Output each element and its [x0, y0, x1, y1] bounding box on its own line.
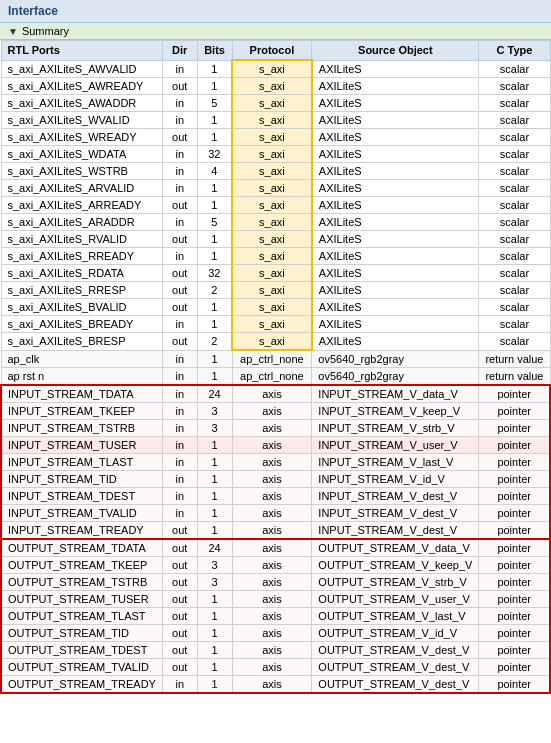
table-cell: 1 — [197, 454, 232, 471]
table-cell: s_axi_AXILiteS_AWVALID — [1, 60, 162, 78]
table-cell: INPUT_STREAM_V_data_V — [312, 385, 479, 403]
table-cell: in — [162, 420, 197, 437]
table-cell: ap_clk — [1, 350, 162, 368]
table-cell: AXILiteS — [312, 231, 479, 248]
table-cell: s_axi — [232, 163, 312, 180]
table-cell: INPUT_STREAM_V_keep_V — [312, 403, 479, 420]
table-cell: AXILiteS — [312, 248, 479, 265]
table-cell: axis — [232, 591, 312, 608]
table-cell: axis — [232, 403, 312, 420]
table-cell: OUTPUT_STREAM_V_dest_V — [312, 659, 479, 676]
table-cell: out — [162, 591, 197, 608]
table-cell: 1 — [197, 368, 232, 386]
table-cell: axis — [232, 437, 312, 454]
table-cell: INPUT_STREAM_V_last_V — [312, 454, 479, 471]
table-cell: 24 — [197, 385, 232, 403]
summary-label: Summary — [22, 25, 69, 37]
table-row: OUTPUT_STREAM_TKEEPout3axisOUTPUT_STREAM… — [1, 557, 550, 574]
table-cell: INPUT_STREAM_V_dest_V — [312, 522, 479, 540]
table-cell: AXILiteS — [312, 112, 479, 129]
table-row: s_axi_AXILiteS_ARVALIDin1s_axiAXILiteSsc… — [1, 180, 550, 197]
table-cell: scalar — [479, 163, 550, 180]
table-cell: INPUT_STREAM_V_strb_V — [312, 420, 479, 437]
summary-header[interactable]: ▼ Summary — [0, 23, 551, 40]
table-cell: axis — [232, 488, 312, 505]
table-cell: out — [162, 333, 197, 351]
table-cell: pointer — [479, 539, 550, 557]
col-header-dir: Dir — [162, 41, 197, 61]
table-cell: in — [162, 403, 197, 420]
table-cell: s_axi — [232, 333, 312, 351]
table-cell: s_axi_AXILiteS_ARVALID — [1, 180, 162, 197]
table-row: OUTPUT_STREAM_TIDout1axisOUTPUT_STREAM_V… — [1, 625, 550, 642]
table-cell: in — [162, 146, 197, 163]
table-cell: OUTPUT_STREAM_TUSER — [1, 591, 162, 608]
table-row: INPUT_STREAM_TDATAin24axisINPUT_STREAM_V… — [1, 385, 550, 403]
table-cell: return value — [479, 350, 550, 368]
table-row: s_axi_AXILiteS_BREADYin1s_axiAXILiteSsca… — [1, 316, 550, 333]
table-cell: scalar — [479, 265, 550, 282]
table-row: s_axi_AXILiteS_BVALIDout1s_axiAXILiteSsc… — [1, 299, 550, 316]
table-cell: axis — [232, 471, 312, 488]
table-cell: s_axi — [232, 129, 312, 146]
table-row: INPUT_STREAM_TIDin1axisINPUT_STREAM_V_id… — [1, 471, 550, 488]
table-cell: out — [162, 625, 197, 642]
table-cell: s_axi — [232, 282, 312, 299]
table-cell: pointer — [479, 625, 550, 642]
table-cell: scalar — [479, 197, 550, 214]
table-row: INPUT_STREAM_TREADYout1axisINPUT_STREAM_… — [1, 522, 550, 540]
table-cell: pointer — [479, 403, 550, 420]
table-cell: in — [162, 368, 197, 386]
col-header-rtl: RTL Ports — [1, 41, 162, 61]
interface-table: RTL Ports Dir Bits Protocol Source Objec… — [0, 40, 551, 694]
table-row: s_axi_AXILiteS_RDATAout32s_axiAXILiteSsc… — [1, 265, 550, 282]
table-row: INPUT_STREAM_TUSERin1axisINPUT_STREAM_V_… — [1, 437, 550, 454]
table-cell: AXILiteS — [312, 333, 479, 351]
table-cell: OUTPUT_STREAM_TDATA — [1, 539, 162, 557]
table-cell: scalar — [479, 112, 550, 129]
table-cell: s_axi_AXILiteS_RREADY — [1, 248, 162, 265]
table-cell: out — [162, 659, 197, 676]
table-row: s_axi_AXILiteS_AWREADYout1s_axiAXILiteSs… — [1, 78, 550, 95]
table-cell: OUTPUT_STREAM_TDEST — [1, 642, 162, 659]
table-cell: s_axi — [232, 316, 312, 333]
table-cell: s_axi_AXILiteS_RDATA — [1, 265, 162, 282]
table-cell: 3 — [197, 403, 232, 420]
table-row: OUTPUT_STREAM_TSTRBout3axisOUTPUT_STREAM… — [1, 574, 550, 591]
table-cell: 1 — [197, 676, 232, 694]
table-row: s_axi_AXILiteS_AWADDRin5s_axiAXILiteSsca… — [1, 95, 550, 112]
table-cell: scalar — [479, 129, 550, 146]
table-cell: INPUT_STREAM_TLAST — [1, 454, 162, 471]
table-cell: in — [162, 488, 197, 505]
table-row: INPUT_STREAM_TSTRBin3axisINPUT_STREAM_V_… — [1, 420, 550, 437]
table-cell: scalar — [479, 214, 550, 231]
table-row: OUTPUT_STREAM_TUSERout1axisOUTPUT_STREAM… — [1, 591, 550, 608]
table-cell: pointer — [479, 437, 550, 454]
table-cell: in — [162, 180, 197, 197]
table-cell: INPUT_STREAM_TDATA — [1, 385, 162, 403]
table-cell: in — [162, 60, 197, 78]
table-cell: INPUT_STREAM_V_dest_V — [312, 505, 479, 522]
table-cell: AXILiteS — [312, 146, 479, 163]
table-row: OUTPUT_STREAM_TDATAout24axisOUTPUT_STREA… — [1, 539, 550, 557]
table-cell: s_axi_AXILiteS_ARREADY — [1, 197, 162, 214]
table-cell: 32 — [197, 265, 232, 282]
table-row: s_axi_AXILiteS_RRESPout2s_axiAXILiteSsca… — [1, 282, 550, 299]
table-cell: INPUT_STREAM_V_dest_V — [312, 488, 479, 505]
table-cell: 1 — [197, 129, 232, 146]
table-cell: 1 — [197, 231, 232, 248]
table-cell: INPUT_STREAM_TREADY — [1, 522, 162, 540]
table-cell: OUTPUT_STREAM_V_dest_V — [312, 676, 479, 694]
table-row: s_axi_AXILiteS_WREADYout1s_axiAXILiteSsc… — [1, 129, 550, 146]
table-cell: OUTPUT_STREAM_TLAST — [1, 608, 162, 625]
table-cell: pointer — [479, 608, 550, 625]
table-cell: scalar — [479, 146, 550, 163]
table-cell: OUTPUT_STREAM_TID — [1, 625, 162, 642]
table-cell: 1 — [197, 350, 232, 368]
table-cell: 1 — [197, 522, 232, 540]
table-cell: AXILiteS — [312, 197, 479, 214]
table-cell: pointer — [479, 488, 550, 505]
table-cell: pointer — [479, 471, 550, 488]
table-cell: s_axi — [232, 180, 312, 197]
table-cell: 2 — [197, 333, 232, 351]
